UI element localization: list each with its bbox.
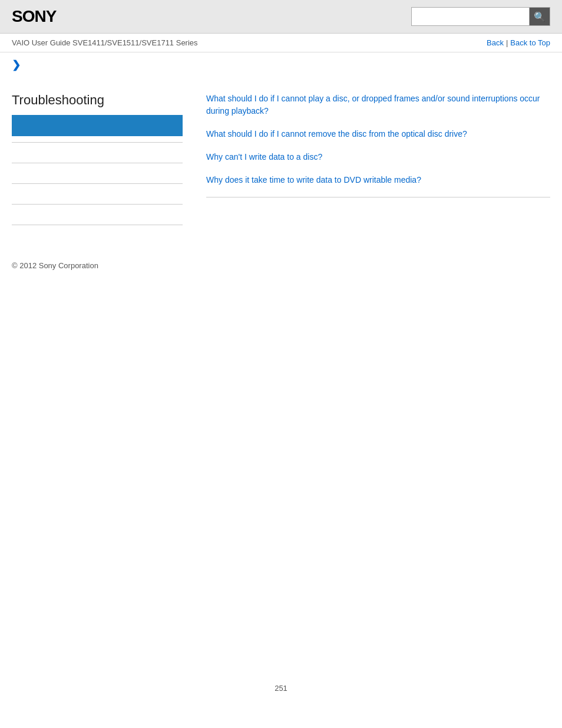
sidebar-divider-5 bbox=[12, 225, 183, 225]
back-link[interactable]: Back bbox=[487, 38, 504, 47]
search-button[interactable]: 🔍 bbox=[529, 7, 550, 26]
sidebar: Troubleshooting bbox=[12, 93, 194, 231]
nav-links: Back | Back to Top bbox=[487, 38, 550, 47]
sidebar-item-4[interactable] bbox=[12, 210, 183, 219]
sidebar-item-2[interactable] bbox=[12, 169, 183, 177]
content-link-3[interactable]: Why can't I write data to a disc? bbox=[206, 151, 550, 163]
content-link-2[interactable]: What should I do if I cannot remove the … bbox=[206, 128, 550, 140]
content-link-4[interactable]: Why does it take time to write data to D… bbox=[206, 174, 550, 186]
footer: © 2012 Sony Corporation bbox=[0, 243, 562, 282]
sidebar-item-3[interactable] bbox=[12, 190, 183, 198]
sidebar-divider-1 bbox=[12, 142, 183, 143]
breadcrumb-chevron[interactable]: ❯ bbox=[12, 58, 550, 71]
sidebar-divider-4 bbox=[12, 204, 183, 205]
right-content: What should I do if I cannot play a disc… bbox=[194, 93, 550, 231]
search-input[interactable] bbox=[411, 7, 529, 26]
sony-logo: SONY bbox=[12, 7, 56, 26]
content-divider bbox=[206, 197, 550, 197]
nav-bar: VAIO User Guide SVE1411/SVE1511/SVE1711 … bbox=[0, 34, 562, 52]
copyright: © 2012 Sony Corporation bbox=[12, 261, 98, 270]
sidebar-active-item[interactable] bbox=[12, 115, 183, 136]
nav-title: VAIO User Guide SVE1411/SVE1511/SVE1711 … bbox=[12, 38, 198, 47]
sidebar-item-1[interactable] bbox=[12, 149, 183, 157]
sidebar-title: Troubleshooting bbox=[12, 93, 183, 108]
search-area: 🔍 bbox=[411, 7, 550, 26]
sidebar-divider-3 bbox=[12, 183, 183, 184]
content-link-1[interactable]: What should I do if I cannot play a disc… bbox=[206, 93, 550, 117]
nav-separator: | bbox=[506, 38, 508, 47]
main-content: Troubleshooting What should I do if I ca… bbox=[0, 81, 562, 243]
page-number: 251 bbox=[263, 672, 299, 704]
back-to-top-link[interactable]: Back to Top bbox=[510, 38, 550, 47]
header: SONY 🔍 bbox=[0, 0, 562, 34]
search-icon: 🔍 bbox=[534, 11, 546, 22]
sidebar-divider-2 bbox=[12, 163, 183, 163]
